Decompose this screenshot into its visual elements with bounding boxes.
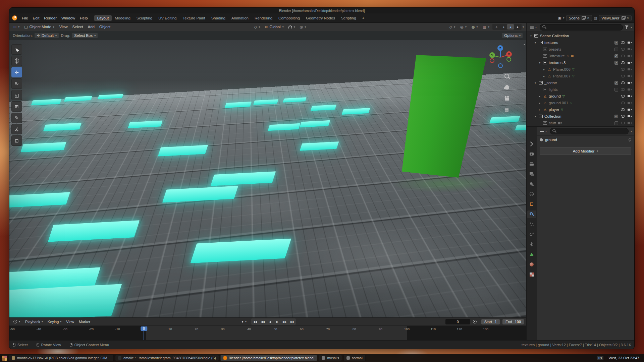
outliner-search[interactable]: [540, 24, 623, 31]
axis-y-handle[interactable]: Y: [489, 52, 495, 58]
grid-button[interactable]: ▦: [503, 106, 511, 113]
collection-checkbox[interactable]: ✓: [613, 41, 619, 45]
taskbar-window[interactable]: normal: [343, 355, 366, 361]
playback-sync-button[interactable]: [471, 319, 479, 324]
disable-render-toggle[interactable]: [627, 81, 632, 85]
outliner-row-textures-3[interactable]: ▾textures 3✓: [527, 59, 634, 66]
axis-z-neg-handle[interactable]: [498, 63, 503, 68]
disclosure-icon[interactable]: ▾: [529, 35, 533, 38]
hide-viewport-toggle[interactable]: [620, 114, 626, 118]
outliner-row-player[interactable]: ▸△player▽: [527, 106, 634, 113]
collection-checkbox[interactable]: ✓: [613, 61, 619, 65]
sidebar-collapse-arrow[interactable]: ◂: [524, 42, 525, 46]
hide-viewport-toggle[interactable]: [620, 41, 626, 45]
next-keyframe-button[interactable]: ▶▶: [281, 319, 288, 324]
filter-icon[interactable]: [625, 25, 629, 29]
workspace-tab-scripting[interactable]: Scripting: [338, 15, 359, 21]
transform-orientation-select[interactable]: ⊕Global▾: [263, 24, 285, 29]
disable-render-toggle[interactable]: [627, 108, 632, 112]
navigation-gizmo[interactable]: Z X Y: [488, 45, 513, 69]
orientation-select[interactable]: ✛Default▾: [35, 33, 59, 38]
hide-viewport-toggle[interactable]: [620, 81, 626, 85]
scene-dropdown-caret[interactable]: ▾: [563, 16, 565, 19]
hide-viewport-toggle[interactable]: [620, 108, 626, 112]
add-modifier-button[interactable]: Add Modifier ▾: [540, 147, 631, 155]
properties-tab-tool[interactable]: [527, 140, 536, 148]
tool-cursor[interactable]: [11, 56, 22, 66]
outliner-row-plane-006[interactable]: ▸△Plane.006▽: [527, 66, 634, 73]
disclosure-icon[interactable]: ▸: [538, 108, 541, 111]
workspace-tab-animation[interactable]: Animation: [228, 15, 252, 21]
timeline-menu-view[interactable]: View: [64, 319, 76, 325]
viewport-menu-object[interactable]: Object: [97, 24, 113, 30]
proportional-editing-toggle[interactable]: ◎▾: [298, 24, 308, 29]
collection-checkbox[interactable]: [613, 88, 619, 92]
shading-material-preview-button[interactable]: ◕: [507, 24, 514, 29]
editor-type-button[interactable]: ⊞▾: [11, 24, 21, 29]
workspace-tab-uv-editing[interactable]: UV Editing: [155, 15, 179, 21]
unlink-scene-icon[interactable]: ×: [587, 16, 589, 20]
outliner-row-presets[interactable]: presets: [527, 46, 634, 53]
properties-tab-render[interactable]: [527, 150, 536, 158]
disable-render-toggle[interactable]: [627, 74, 632, 78]
play-button[interactable]: ▶: [274, 319, 281, 324]
workspace-tab-geometry-nodes[interactable]: Geometry Nodes: [303, 15, 338, 21]
disclosure-icon[interactable]: ▸: [542, 68, 546, 71]
workspace-tab-compositing[interactable]: Compositing: [275, 15, 303, 21]
collection-checkbox[interactable]: [613, 48, 619, 51]
workspace-tab-sculpting[interactable]: Sculpting: [133, 15, 155, 21]
taskbar-window[interactable]: mantic-cl-17.iso-1-0 (RGB color 8-bit ga…: [9, 355, 114, 361]
new-scene-icon[interactable]: [582, 16, 585, 20]
properties-tab-texture[interactable]: [527, 271, 536, 279]
tool-select-box[interactable]: [11, 44, 22, 55]
tool-annotate[interactable]: ✎: [11, 113, 22, 123]
taskbar-window[interactable]: Blender [/home/amalie/Desktop/blender/pl…: [220, 355, 318, 361]
options-button[interactable]: Options▾: [502, 33, 523, 38]
viewport-menu-view[interactable]: View: [57, 24, 70, 30]
tool-measure[interactable]: ∡: [11, 124, 22, 134]
disable-render-toggle[interactable]: [627, 87, 632, 92]
disable-render-toggle[interactable]: [627, 41, 632, 45]
workspace-tab-shading[interactable]: Shading: [208, 15, 228, 21]
scene-selector[interactable]: Scene ×: [566, 15, 592, 21]
disable-render-toggle[interactable]: [627, 101, 632, 105]
properties-tab-material[interactable]: [527, 261, 536, 268]
hide-viewport-toggle[interactable]: [620, 94, 626, 98]
collection-checkbox[interactable]: ✓: [613, 115, 619, 118]
properties-tab-scene[interactable]: [527, 180, 536, 188]
zoom-button[interactable]: [503, 72, 511, 80]
drag-select[interactable]: Select Box▾: [72, 33, 98, 38]
menu-edit[interactable]: Edit: [31, 15, 42, 21]
mode-select[interactable]: ▢Object Mode▾: [22, 24, 56, 29]
axis-x-neg-handle[interactable]: [490, 58, 494, 63]
frame-start-field[interactable]: Start1: [481, 319, 500, 324]
disable-render-toggle[interactable]: [627, 61, 632, 65]
disable-render-toggle[interactable]: [627, 114, 632, 118]
properties-tab-viewlayer[interactable]: [527, 170, 536, 178]
disclosure-icon[interactable]: ▸: [538, 102, 541, 105]
outliner-row-plane-007[interactable]: ▸△Plane.007▽: [527, 73, 634, 79]
tool-transform[interactable]: ⊞: [11, 101, 22, 112]
properties-tab-output[interactable]: [527, 160, 536, 168]
taskbar-start-icon[interactable]: [2, 356, 7, 361]
properties-tab-particles[interactable]: [527, 221, 536, 228]
properties-tab-world[interactable]: [527, 190, 536, 198]
disable-render-toggle[interactable]: [627, 54, 632, 58]
axis-y-neg-handle[interactable]: [506, 57, 511, 62]
workspace-tab-texture-paint[interactable]: Texture Paint: [180, 15, 208, 21]
hide-viewport-toggle[interactable]: [620, 87, 626, 92]
disable-render-toggle[interactable]: [627, 121, 632, 125]
properties-tab-constraints[interactable]: [527, 241, 536, 248]
outliner-row-collection[interactable]: ▾Collection✓: [527, 113, 634, 120]
menu-help[interactable]: Help: [77, 15, 90, 21]
viewport-3d[interactable]: ✛↻◱⊞✎∡⊡ Z X Y ▦ ◂: [9, 40, 526, 317]
properties-options-caret[interactable]: ▾: [631, 130, 632, 133]
viewport-menu-add[interactable]: Add: [86, 24, 97, 30]
outliner-row-ground[interactable]: ▸△ground▽: [527, 93, 634, 100]
hide-viewport-toggle[interactable]: [620, 67, 626, 71]
outliner-row-textures[interactable]: ▾textures✓: [527, 39, 634, 46]
taskbar-window[interactable]: amalie : ~/amaliestar/telegram_99480760b…: [115, 355, 219, 361]
remove-viewlayer-icon[interactable]: ×: [627, 16, 629, 20]
properties-tab-object[interactable]: [527, 200, 536, 208]
show-gizmos-button[interactable]: ◎▾: [458, 24, 469, 29]
